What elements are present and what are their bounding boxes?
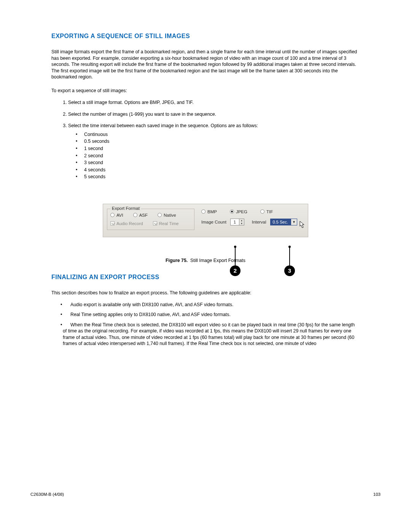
bullet-realtime-explain: When the Real Time check box is selected… <box>63 322 360 347</box>
lead-paragraph: To export a sequence of still images: <box>51 88 360 93</box>
check-realtime-label: Real Time <box>159 221 179 226</box>
radio-native[interactable]: Native <box>158 213 176 217</box>
finalize-intro: This section describes how to finalize a… <box>51 290 360 296</box>
radio-avi[interactable]: AVI <box>110 213 123 217</box>
interval-1: 1 second <box>76 145 360 152</box>
figure-caption-label: Figure 75. <box>166 258 188 263</box>
figure-caption-text: Still Image Export Formats <box>190 258 245 263</box>
spin-down-icon[interactable]: ▼ <box>239 222 244 225</box>
steps-list: Select a still image format. Options are… <box>51 99 360 180</box>
check-real-time[interactable]: Real Time <box>153 221 179 226</box>
check-audio-label: Audio Record <box>116 221 143 226</box>
callout-2-line <box>235 247 236 266</box>
interval-value: 0.5 Sec. <box>271 219 290 225</box>
interval-0-5: 0.5 seconds <box>76 138 360 145</box>
export-format-panel: Export Format AVI ASF Native Audio Recor… <box>103 204 308 237</box>
step-3-text: Select the time interval between each sa… <box>68 123 258 128</box>
group-legend: Export Format <box>110 206 141 211</box>
figure-75: 1 Export Format AVI ASF Native Audio Rec… <box>103 204 308 237</box>
radio-asf[interactable]: ASF <box>133 213 148 217</box>
finalize-bullets: Audio export is available only with DX81… <box>51 302 360 347</box>
right-pane: BMP JPEG TIF Image Count 1 ▲▼ Interval 0… <box>201 209 300 225</box>
interval-continuous: Continuous <box>76 131 360 138</box>
radio-tif-label: TIF <box>266 209 273 214</box>
figure-caption: Figure 75. Still Image Export Formats <box>51 258 360 263</box>
radio-tif[interactable]: TIF <box>260 209 273 214</box>
spinner-buttons[interactable]: ▲▼ <box>239 219 244 225</box>
radio-asf-label: ASF <box>139 213 148 217</box>
interval-5: 5 seconds <box>76 174 360 180</box>
step-3: Select the time interval between each sa… <box>68 123 360 180</box>
radio-jpeg-label: JPEG <box>236 209 247 214</box>
step-2: Select the number of images (1-999) you … <box>68 111 360 118</box>
radio-bmp-label: BMP <box>207 209 217 214</box>
interval-2: 2 second <box>76 153 360 159</box>
heading-finalizing: FINALIZING AN EXPORT PROCESS <box>51 274 360 281</box>
image-count-value: 1 <box>231 219 239 225</box>
cursor-icon <box>299 221 306 228</box>
interval-label: Interval <box>252 220 266 224</box>
left-radio-row: AVI ASF Native <box>110 213 191 217</box>
image-count-label: Image Count <box>201 220 226 224</box>
bullet-realtime-applies: Real Time setting applies only to DX8100… <box>63 312 360 318</box>
interval-combo[interactable]: 0.5 Sec. ▼ <box>270 219 297 225</box>
callout-3-line <box>289 247 290 266</box>
heading-exporting: EXPORTING A SEQUENCE OF STILL IMAGES <box>51 33 360 40</box>
right-radio-row: BMP JPEG TIF <box>201 209 300 214</box>
right-controls-row: Image Count 1 ▲▼ Interval 0.5 Sec. ▼ <box>201 219 300 225</box>
page-footer: C2630M-B (4/08) 103 <box>30 492 381 497</box>
left-check-row: Audio Record Real Time <box>110 221 191 226</box>
radio-avi-label: AVI <box>116 213 123 217</box>
spin-up-icon[interactable]: ▲ <box>239 219 244 222</box>
callout-3: 3 <box>284 265 295 276</box>
radio-jpeg[interactable]: JPEG <box>230 209 247 214</box>
intro-paragraph: Still image formats export the first fra… <box>51 49 360 80</box>
interval-4: 4 seconds <box>76 167 360 173</box>
image-count-spinner[interactable]: 1 ▲▼ <box>230 219 244 225</box>
interval-options: Continuous 0.5 seconds 1 second 2 second… <box>68 131 360 180</box>
radio-native-label: Native <box>164 213 176 217</box>
footer-right: 103 <box>373 492 381 497</box>
radio-bmp[interactable]: BMP <box>201 209 217 214</box>
callout-2: 2 <box>230 265 241 276</box>
combo-dropdown-icon[interactable]: ▼ <box>291 219 297 225</box>
footer-left: C2630M-B (4/08) <box>30 492 64 497</box>
step-1: Select a still image format. Options are… <box>68 99 360 106</box>
bullet-audio: Audio export is available only with DX81… <box>63 302 360 308</box>
check-audio-record[interactable]: Audio Record <box>110 221 143 226</box>
export-format-groupbox: Export Format AVI ASF Native Audio Recor… <box>107 209 194 230</box>
interval-3: 3 second <box>76 160 360 166</box>
